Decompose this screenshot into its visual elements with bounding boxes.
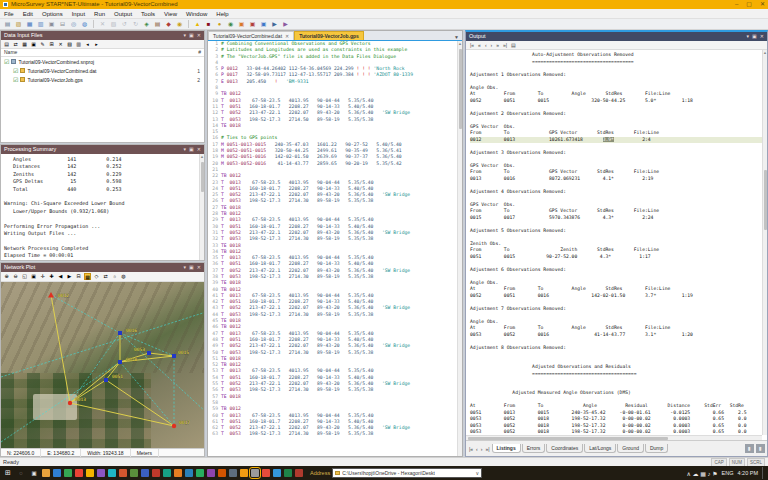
- taskbar-app-icon[interactable]: [196, 469, 204, 477]
- file-row[interactable]: ☑Tutorial09-VectorCombined.dat1: [1, 66, 204, 75]
- taskbar-app-icon[interactable]: [251, 469, 259, 477]
- taskbar-app-icon[interactable]: [218, 469, 226, 477]
- output-tab-listings[interactable]: Listings: [492, 444, 521, 453]
- scrollbar[interactable]: ▲: [199, 154, 204, 260]
- taskbar-app-icon[interactable]: [119, 469, 127, 477]
- menu-output[interactable]: Output: [114, 11, 132, 17]
- search-icon[interactable]: ◌: [16, 470, 26, 476]
- output-nav-icon[interactable]: ‹: [485, 41, 487, 50]
- stop-icon[interactable]: ■: [204, 20, 213, 29]
- file-toolbar-icon[interactable]: ▣: [30, 41, 37, 48]
- open-icon[interactable]: ▨: [14, 20, 23, 29]
- taskbar-app-icon[interactable]: [86, 469, 94, 477]
- notebook-icon[interactable]: ▤: [153, 20, 162, 29]
- save-icon[interactable]: ▦: [25, 20, 34, 29]
- output-nav-icon[interactable]: ▤: [511, 41, 516, 50]
- show-desktop-button[interactable]: [762, 467, 765, 479]
- panel-close-icon[interactable]: ✕: [197, 145, 201, 154]
- panel-pin-icon[interactable]: ▣: [752, 32, 757, 41]
- options-icon[interactable]: ▶: [281, 20, 290, 29]
- next-view-icon[interactable]: ▶: [66, 273, 73, 280]
- taskbar-app-icon[interactable]: [295, 469, 303, 477]
- maximize-button[interactable]: ▢: [746, 0, 752, 9]
- output-tab-coordinates[interactable]: Coordinates: [546, 444, 583, 453]
- search-icon[interactable]: ◎: [69, 20, 78, 29]
- listing-icon[interactable]: ▣: [237, 20, 246, 29]
- run-adjust-icon[interactable]: ▲: [193, 20, 202, 29]
- taskbar-app-icon[interactable]: [273, 469, 281, 477]
- tab-close-icon[interactable]: ✕: [285, 32, 289, 40]
- file-toolbar-icon[interactable]: ◂: [84, 41, 91, 48]
- menu-run[interactable]: Run: [94, 11, 105, 17]
- settings-icon[interactable]: ☼: [111, 273, 118, 280]
- panel-close-icon[interactable]: ✕: [760, 32, 764, 41]
- data-files-icon[interactable]: ◈: [142, 20, 151, 29]
- blunder-icon[interactable]: ◉: [226, 20, 235, 29]
- print-icon[interactable]: ⊟: [58, 20, 67, 29]
- minimize-button[interactable]: –: [735, 0, 738, 9]
- tab-list-dropdown-icon[interactable]: ▼: [451, 34, 462, 40]
- menu-file[interactable]: File: [4, 11, 14, 17]
- connector-icon[interactable]: ⇄: [102, 273, 109, 280]
- editor-scrollbar[interactable]: ▲: [457, 41, 462, 456]
- taskbar-app-icon[interactable]: [262, 469, 270, 477]
- taskbar-app-icon[interactable]: [163, 469, 171, 477]
- editor-code-area[interactable]: 1# Combining Conventional Observations a…: [208, 41, 457, 456]
- run-preprocess-icon[interactable]: ●: [215, 20, 224, 29]
- new-file-icon[interactable]: ▤: [3, 20, 12, 29]
- panel-menu-icon[interactable]: ▾: [747, 32, 750, 41]
- data-input-files-header[interactable]: Data Input Files ▾▣✕: [1, 31, 204, 40]
- help-icon[interactable]: ◍: [80, 20, 89, 29]
- taskbar-app-icon[interactable]: [141, 469, 149, 477]
- copy-icon[interactable]: ▣: [47, 20, 56, 29]
- pan-icon[interactable]: ✛: [39, 273, 46, 280]
- output-tab-errors[interactable]: Errors: [522, 444, 546, 453]
- output-nav-icon[interactable]: »: [496, 41, 499, 50]
- output-nav-icon[interactable]: |«: [470, 41, 474, 50]
- address-dropdown-icon[interactable]: ∨: [476, 470, 480, 476]
- taskbar-app-icon[interactable]: [240, 469, 248, 477]
- background-image-icon[interactable]: ▩: [84, 273, 91, 280]
- file-toolbar-icon[interactable]: ✎: [39, 41, 46, 48]
- panel-pin-icon[interactable]: ▣: [189, 31, 194, 40]
- menu-window[interactable]: Window: [186, 11, 207, 17]
- taskbar-app-icon[interactable]: [207, 469, 215, 477]
- checkbox-checked-icon[interactable]: ☑: [13, 76, 18, 83]
- processing-summary-header[interactable]: Processing Summary ▾▣✕: [1, 145, 204, 154]
- file-toolbar-icon[interactable]: ▧: [66, 41, 73, 48]
- taskbar-app-icon[interactable]: [130, 469, 138, 477]
- taskbar-app-icon[interactable]: [75, 469, 83, 477]
- panel-pin-icon[interactable]: ▣: [189, 145, 194, 154]
- tray-icon[interactable]: ▦: [700, 471, 707, 477]
- zoom-in-icon[interactable]: ⊕: [3, 273, 10, 280]
- language-indicator[interactable]: ENG: [722, 470, 734, 476]
- network-plot-header[interactable]: Network Plot ▾▣✕: [1, 263, 204, 272]
- checkbox-checked-icon[interactable]: ☑: [13, 67, 18, 74]
- file-row[interactable]: ☑Tutorial09-VectorJob.gps2: [1, 75, 204, 84]
- output-tab-dump[interactable]: Dump: [645, 444, 668, 453]
- file-toolbar-icon[interactable]: ⊞: [48, 41, 55, 48]
- output-listing[interactable]: Auto-Adjustment Observations Removed ===…: [466, 50, 762, 435]
- output-scrollbar[interactable]: ▲: [762, 50, 767, 435]
- taskbar-app-icon[interactable]: [152, 469, 160, 477]
- project-row[interactable]: ☑Tutorial09-VectorCombined.snproj: [1, 57, 204, 66]
- file-toolbar-icon[interactable]: ⇄: [12, 41, 19, 48]
- alarm-icon[interactable]: ◉: [175, 20, 184, 29]
- taskbar-app-icon[interactable]: [64, 469, 72, 477]
- taskbar-app-icon[interactable]: [229, 469, 237, 477]
- taskbar-app-icon[interactable]: [97, 469, 105, 477]
- output-tab-nav-icon[interactable]: ‹: [475, 446, 479, 452]
- output-nav-icon[interactable]: ›: [491, 41, 493, 50]
- editor-tab[interactable]: Tutorial09-VectorJob.gps: [294, 31, 364, 40]
- plot-icon[interactable]: ▶: [270, 20, 279, 29]
- checkbox-checked-icon[interactable]: ☑: [4, 58, 9, 65]
- world-icon[interactable]: ◍: [120, 273, 127, 280]
- taskbar-app-icon[interactable]: [108, 469, 116, 477]
- panel-menu-icon[interactable]: ▾: [184, 145, 187, 154]
- close-button[interactable]: ✕: [760, 0, 765, 9]
- panel-close-icon[interactable]: ✕: [197, 263, 201, 272]
- output-nav-icon[interactable]: »|: [503, 41, 507, 50]
- output-tab-nav-icon[interactable]: »|: [484, 446, 490, 452]
- print-plot-icon[interactable]: ⊟: [75, 273, 82, 280]
- center-icon[interactable]: ✚: [48, 273, 55, 280]
